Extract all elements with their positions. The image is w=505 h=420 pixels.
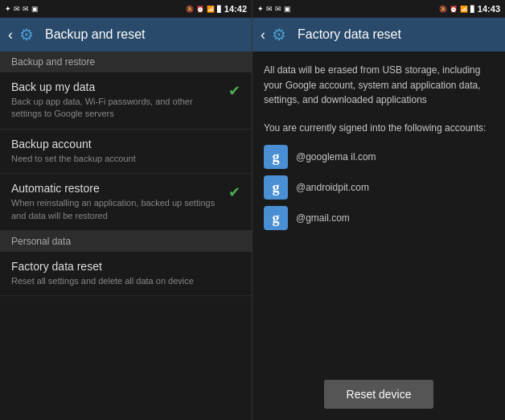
left-status-bar: ✦ ✉ ✉ ▣ 🔕 ⏰ 📶 ▊ 14:42: [0, 0, 252, 18]
factory-reset-title: Factory data reset: [11, 260, 240, 273]
wifi-icon: 📶: [207, 6, 215, 13]
back-up-data-check: ✔: [228, 82, 240, 100]
account-email-2: @gmail.com: [296, 212, 350, 224]
right-toolbar-title: Factory data reset: [298, 27, 401, 42]
reset-device-button[interactable]: Reset device: [324, 380, 434, 409]
auto-restore-subtitle: When reinstalling an application, backed…: [11, 197, 222, 222]
auto-restore-text: Automatic restore When reinstalling an a…: [11, 182, 222, 222]
factory-reset-subtitle: Reset all settings and delete all data o…: [11, 275, 240, 287]
left-panel: ✦ ✉ ✉ ▣ 🔕 ⏰ 📶 ▊ 14:42 ‹ ⚙ Backup and res…: [0, 0, 252, 420]
auto-restore-item[interactable]: Automatic restore When reinstalling an a…: [0, 174, 252, 231]
right-status-bar: ✦ ✉ ✉ ▣ 🔕 ⏰ 📶 ▊ 14:43: [252, 0, 505, 18]
alarm-icon: ⏰: [196, 6, 204, 13]
back-up-data-title: Back up my data: [11, 80, 222, 93]
right-content: All data will be erased from USB storage…: [252, 51, 505, 369]
message2-icon: ✉: [23, 5, 29, 13]
back-button-right[interactable]: ‹: [261, 27, 265, 43]
right-status-right: 🔕 ⏰ 📶 ▊ 14:43: [439, 4, 500, 14]
right-toolbar: ‹ ⚙ Factory data reset: [252, 18, 505, 51]
google-icon-1: g: [264, 175, 288, 200]
factory-reset-item[interactable]: Factory data reset Reset all settings an…: [0, 252, 252, 296]
account-email-0: @googlema il.com: [296, 151, 376, 163]
dropbox-icon: ✦: [5, 5, 11, 13]
r-signal-icon: ▊: [470, 6, 475, 13]
left-status-icons: ✦ ✉ ✉ ▣: [5, 5, 39, 13]
right-time: 14:43: [478, 4, 500, 14]
google-icon-0: g: [264, 145, 288, 169]
message-icon: ✉: [14, 5, 20, 13]
r-message2-icon: ✉: [275, 5, 281, 13]
auto-restore-title: Automatic restore: [11, 182, 222, 195]
r-dropbox-icon: ✦: [257, 5, 264, 13]
left-toolbar: ‹ ⚙ Backup and reset: [0, 18, 252, 51]
account-email-1: @androidpit.com: [296, 182, 369, 193]
factory-reset-text: Factory data reset Reset all settings an…: [11, 260, 240, 287]
backup-account-subtitle: Need to set the backup account: [11, 153, 240, 165]
gear-icon-left: ⚙: [19, 25, 39, 44]
gear-icon-right: ⚙: [272, 25, 291, 44]
accounts-title: You are currently signed into the follow…: [264, 121, 494, 136]
back-up-data-item[interactable]: Back up my data Back up app data, Wi-Fi …: [0, 72, 252, 130]
personal-data-header: Personal data: [0, 231, 252, 252]
back-up-data-text: Back up my data Back up app data, Wi-Fi …: [11, 80, 222, 121]
r-silent-icon: 🔕: [439, 6, 447, 13]
left-status-right: 🔕 ⏰ 📶 ▊ 14:42: [186, 4, 247, 14]
left-time: 14:42: [224, 4, 247, 14]
right-panel: ✦ ✉ ✉ ▣ 🔕 ⏰ 📶 ▊ 14:43 ‹ ⚙ Factory data r…: [252, 0, 505, 420]
r-alarm-icon: ⏰: [450, 6, 458, 13]
account-row-2: g @gmail.com: [264, 206, 494, 230]
r-message-icon: ✉: [266, 5, 273, 13]
download-icon: ▣: [31, 5, 39, 13]
reset-button-container: Reset device: [252, 369, 505, 420]
account-row-0: g @googlema il.com: [264, 145, 494, 169]
backup-restore-header: Backup and restore: [0, 51, 252, 72]
right-status-icons: ✦ ✉ ✉ ▣: [257, 5, 291, 13]
warning-text: All data will be erased from USB storage…: [264, 63, 494, 108]
auto-restore-check: ✔: [228, 183, 240, 201]
r-download-icon: ▣: [284, 5, 291, 13]
google-icon-2: g: [264, 206, 288, 230]
r-wifi-icon: 📶: [460, 6, 468, 13]
back-button-left[interactable]: ‹: [8, 27, 13, 43]
backup-account-item[interactable]: Backup account Need to set the backup ac…: [0, 130, 252, 174]
silent-icon: 🔕: [186, 6, 194, 13]
account-row-1: g @androidpit.com: [264, 175, 494, 200]
backup-account-title: Backup account: [11, 138, 240, 150]
backup-account-text: Backup account Need to set the backup ac…: [11, 138, 240, 165]
back-up-data-subtitle: Back up app data, Wi-Fi passwords, and o…: [11, 96, 222, 121]
signal-icon: ▊: [217, 6, 222, 13]
left-toolbar-title: Backup and reset: [45, 27, 146, 42]
